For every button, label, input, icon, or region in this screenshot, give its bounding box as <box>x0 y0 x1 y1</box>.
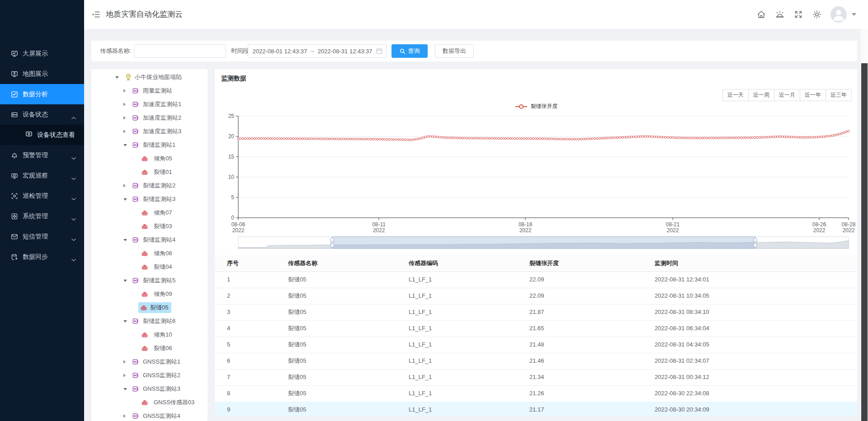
svg-text:2022: 2022 <box>667 227 679 234</box>
table-row[interactable]: 5裂缝05L1_LF_121.482022-08-31 04:34:05 <box>215 337 857 353</box>
tree-node-selected[interactable]: 裂缝05 <box>138 302 171 313</box>
table-row[interactable]: 7裂缝05L1_LF_121.342022-08-31 00:34:12 <box>215 369 857 386</box>
sidebar-subitem[interactable]: 设备状态查看 <box>0 125 84 145</box>
table-cell: 裂缝05 <box>288 402 306 416</box>
tree-caret-icon[interactable] <box>123 103 126 106</box>
settings-gear-icon[interactable] <box>812 9 822 19</box>
sidebar-item-6[interactable]: 巡检管理 <box>0 186 84 206</box>
avatar-dropdown-caret-icon[interactable] <box>852 13 856 16</box>
alarm-icon[interactable] <box>775 9 785 19</box>
tree-caret-icon[interactable] <box>123 116 126 120</box>
tree-node[interactable]: 倾角07 <box>91 206 208 220</box>
vertical-scrollbar-thumb[interactable] <box>861 63 868 421</box>
tree-node[interactable]: 裂缝04 <box>91 260 208 274</box>
home-icon[interactable] <box>756 9 766 19</box>
sidebar-item-7[interactable]: 系统管理 <box>0 206 84 226</box>
table-row[interactable]: 3裂缝05L1_LF_121.872022-08-31 08:34:10 <box>215 304 857 321</box>
sidebar-item-3[interactable]: 设备状态 <box>0 104 84 125</box>
tree-node[interactable]: 裂缝监测站2 <box>91 179 208 192</box>
time-range-label: 时间段: <box>227 41 250 61</box>
tree-node-label: 裂缝01 <box>154 165 172 179</box>
range-button-0[interactable]: 近一天 <box>722 89 749 101</box>
range-button-2[interactable]: 近一月 <box>774 89 800 101</box>
tree-node[interactable]: 倾角05 <box>91 152 208 165</box>
tree-node-label: 裂缝03 <box>154 220 172 233</box>
table-row[interactable]: 1裂缝05L1_LF_122.092022-08-31 12:34:01 <box>215 271 857 288</box>
sensor-icon <box>141 331 148 338</box>
sidebar-item-2[interactable]: 数据分析 <box>0 84 84 104</box>
tree-node[interactable]: 裂缝监测站1 <box>91 138 208 152</box>
tree-node[interactable]: 裂缝05 <box>91 301 208 314</box>
tree-caret-icon[interactable] <box>115 76 119 79</box>
tree-caret-icon[interactable] <box>123 89 126 93</box>
tree-caret-icon[interactable] <box>123 184 126 187</box>
tree-node[interactable]: 加速度监测站3 <box>91 125 208 138</box>
tree-caret-icon[interactable] <box>123 374 126 377</box>
tree-node[interactable]: 加速度监测站1 <box>91 98 208 111</box>
tree-node[interactable]: GNSS传感器03 <box>91 396 208 409</box>
tree-node[interactable]: GNSS监测站1 <box>91 355 208 369</box>
tree-node[interactable]: 小牛煤业地面塌陷 <box>91 70 208 84</box>
table-row[interactable]: 8裂缝05L1_LF_121.262022-08-30 22:34:08 <box>215 385 857 402</box>
tree-caret-icon[interactable] <box>123 130 126 133</box>
sidebar-item-4[interactable]: 预警管理 <box>0 145 84 165</box>
chevron-down-icon <box>71 235 76 243</box>
tree-node[interactable]: 倾角08 <box>91 247 208 260</box>
time-range-picker[interactable]: 2022-08-01 12:43:37 ~ 2022-08-31 12:43:3… <box>248 44 387 58</box>
tree-caret-icon[interactable] <box>123 144 127 146</box>
sidebar-item-5[interactable]: 宏观巡察 <box>0 165 84 186</box>
tree-node[interactable]: 裂缝监测站4 <box>91 233 208 247</box>
sensor-name-input[interactable] <box>134 44 226 58</box>
sidebar-item-8[interactable]: 短信管理 <box>0 226 84 247</box>
tree-caret-icon[interactable] <box>123 388 127 390</box>
tree-node[interactable]: GNSS监测站4 <box>91 409 208 421</box>
calendar-icon[interactable] <box>376 48 382 54</box>
tree-caret-icon[interactable] <box>123 239 127 241</box>
range-button-1[interactable]: 近一周 <box>748 89 774 101</box>
datazoom-window[interactable] <box>332 237 755 248</box>
monitor-data-panel: 监测数据 近一天近一周近一月近一年近三年 裂缝张开度 051015202508-… <box>215 69 857 416</box>
table-cell: 22.09 <box>529 271 544 288</box>
table-row[interactable]: 6裂缝05L1_LF_121.462022-08-31 02:34:07 <box>215 353 857 370</box>
svg-text:5: 5 <box>231 194 234 201</box>
range-button-3[interactable]: 近一年 <box>800 89 826 101</box>
table-row[interactable]: 2裂缝05L1_LF_122.092022-08-31 10:34:05 <box>215 288 857 304</box>
table-row[interactable]: 9裂缝05L1_LF_121.172022-08-30 20:34:09 <box>215 402 857 416</box>
fullscreen-icon[interactable] <box>793 9 803 19</box>
export-button[interactable]: 数据导出 <box>435 44 474 58</box>
sidebar-item-1[interactable]: 地图展示 <box>0 64 84 84</box>
tree-node[interactable]: 雨量监测站 <box>91 84 208 98</box>
table-cell: L1_LF_1 <box>409 353 432 369</box>
query-button[interactable]: 查询 <box>392 44 428 58</box>
tree-node[interactable]: GNSS监测站2 <box>91 369 208 382</box>
tree-caret-icon[interactable] <box>123 360 126 364</box>
tree-node[interactable]: 裂缝06 <box>91 341 208 355</box>
time-range-button-group: 近一天近一周近一月近一年近三年 <box>722 89 852 101</box>
sidebar-item-9[interactable]: 数据同步 <box>0 247 84 267</box>
tree-caret-icon[interactable] <box>123 320 127 323</box>
table-row[interactable]: 4裂缝05L1_LF_121.652022-08-31 06:34:04 <box>215 320 857 337</box>
tree-node[interactable]: 裂缝监测站6 <box>91 314 208 328</box>
tree-node[interactable]: 倾角09 <box>91 287 208 301</box>
tree-node[interactable]: GNSS监测站3 <box>91 382 208 396</box>
legend-item[interactable]: 裂缝张开度 <box>514 103 558 110</box>
sensor-icon <box>141 223 148 230</box>
collapse-sidebar-icon[interactable] <box>91 9 101 19</box>
tree-node[interactable]: 加速度监测站2 <box>91 111 208 125</box>
datazoom-handle-1[interactable] <box>754 238 757 247</box>
tree-node[interactable]: 裂缝03 <box>91 220 208 233</box>
table-cell: 21.46 <box>529 353 544 369</box>
column-header: 监测时间 <box>655 255 678 271</box>
tree-node[interactable]: 裂缝监测站3 <box>91 192 208 206</box>
tree-caret-icon[interactable] <box>123 280 127 282</box>
tree-caret-icon[interactable] <box>123 414 126 418</box>
tree-caret-icon[interactable] <box>123 198 127 201</box>
datazoom-handle-0[interactable] <box>330 238 334 247</box>
range-button-4[interactable]: 近三年 <box>826 89 852 101</box>
tree-node[interactable]: 裂缝01 <box>91 165 208 179</box>
tree-node[interactable]: 裂缝监测站5 <box>91 274 208 287</box>
chevron-down-icon <box>71 215 76 222</box>
sidebar-item-0[interactable]: 大屏展示 <box>0 43 84 64</box>
tree-node[interactable]: 倾角10 <box>91 328 208 341</box>
avatar[interactable] <box>830 6 847 23</box>
